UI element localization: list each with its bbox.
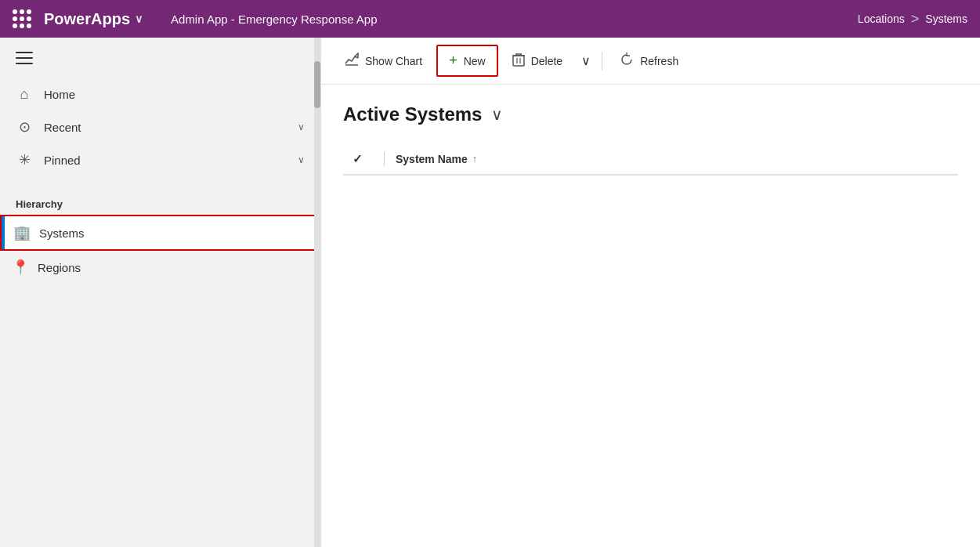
svg-rect-1 <box>513 56 524 66</box>
breadcrumb: Locations > Systems <box>858 11 967 27</box>
plus-icon: + <box>449 53 457 69</box>
clock-icon: ⊙ <box>16 118 33 136</box>
home-icon: ⌂ <box>16 86 33 103</box>
hierarchy-section-title: Hierarchy <box>0 183 320 215</box>
view-title: Active Systems <box>343 103 482 125</box>
sidebar-item-home[interactable]: ⌂ Home <box>0 78 320 110</box>
location-pin-icon: 📍 <box>11 259 30 276</box>
sidebar-item-regions-label: Regions <box>38 261 81 274</box>
sidebar: ⌂ Home ⊙ Recent ∨ ✳ Pinned ∨ Hierarchy 🏢… <box>0 38 321 547</box>
pin-icon: ✳ <box>16 151 33 168</box>
sidebar-item-regions[interactable]: 📍 Regions <box>0 251 320 284</box>
chart-icon <box>345 53 359 70</box>
refresh-label: Refresh <box>640 55 678 67</box>
sidebar-navigation: ⌂ Home ⊙ Recent ∨ ✳ Pinned ∨ <box>0 72 320 183</box>
app-title: Admin App - Emergency Response App <box>171 13 377 26</box>
brand-name: PowerApps <box>44 10 130 28</box>
delete-label: Delete <box>531 55 562 67</box>
view-title-chevron[interactable]: ∨ <box>491 105 503 124</box>
sidebar-item-pinned-label: Pinned <box>44 154 287 167</box>
show-chart-label: Show Chart <box>365 55 422 67</box>
table-header-row: ✓ System Name ↑ <box>343 144 958 175</box>
new-label: New <box>464 55 486 67</box>
hamburger-button[interactable] <box>0 38 320 72</box>
scrollbar-thumb <box>314 61 320 108</box>
sort-icon: ↑ <box>472 154 477 165</box>
delete-dropdown-button[interactable]: ∨ <box>577 47 595 74</box>
view-title-section: Active Systems ∨ <box>343 103 958 125</box>
sidebar-item-systems[interactable]: 🏢 Systems <box>0 215 320 251</box>
trash-icon <box>512 53 525 70</box>
main-layout: ⌂ Home ⊙ Recent ∨ ✳ Pinned ∨ Hierarchy 🏢… <box>0 38 980 547</box>
delete-button[interactable]: Delete <box>501 46 573 76</box>
new-button[interactable]: + New <box>436 45 498 77</box>
sidebar-item-recent-label: Recent <box>44 121 287 134</box>
systems-table: ✓ System Name ↑ <box>343 144 958 176</box>
refresh-button[interactable]: Refresh <box>609 46 689 76</box>
chevron-down-icon-pinned: ∨ <box>298 154 305 165</box>
content-body: Active Systems ∨ ✓ System Name ↑ <box>321 85 980 547</box>
building-icon: 🏢 <box>13 224 31 241</box>
brand-logo[interactable]: PowerApps ∨ <box>44 10 143 28</box>
top-navigation: PowerApps ∨ Admin App - Emergency Respon… <box>0 0 980 38</box>
toolbar: Show Chart + New <box>321 38 980 85</box>
app-launcher-button[interactable] <box>13 9 31 28</box>
active-indicator <box>2 216 5 249</box>
system-name-column-header[interactable]: System Name ↑ <box>374 144 958 175</box>
check-icon: ✓ <box>353 152 363 165</box>
sidebar-item-systems-label: Systems <box>39 226 85 240</box>
breadcrumb-separator: > <box>911 11 920 27</box>
show-chart-button[interactable]: Show Chart <box>334 46 433 76</box>
chevron-down-icon-delete: ∨ <box>581 53 591 68</box>
content-area: Show Chart + New <box>321 38 980 547</box>
sidebar-scrollbar[interactable] <box>314 38 320 547</box>
table-check-column: ✓ <box>343 144 374 175</box>
chevron-down-icon: ∨ <box>298 121 305 132</box>
system-name-label: System Name <box>396 153 468 165</box>
breadcrumb-parent[interactable]: Locations <box>858 13 905 25</box>
column-divider <box>384 152 385 166</box>
sidebar-item-home-label: Home <box>44 88 305 101</box>
sidebar-item-pinned[interactable]: ✳ Pinned ∨ <box>0 143 320 176</box>
toolbar-divider <box>602 52 602 71</box>
breadcrumb-current: Systems <box>925 13 967 25</box>
refresh-icon <box>620 53 634 70</box>
sidebar-item-recent[interactable]: ⊙ Recent ∨ <box>0 110 320 143</box>
brand-chevron: ∨ <box>135 13 143 25</box>
